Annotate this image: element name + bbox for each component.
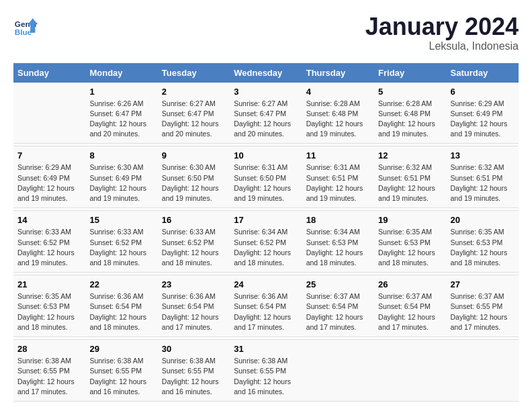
- day-info: Sunrise: 6:38 AM Sunset: 6:55 PM Dayligh…: [89, 356, 153, 397]
- day-number: 22: [89, 279, 153, 289]
- day-info: Sunrise: 6:37 AM Sunset: 6:54 PM Dayligh…: [378, 291, 442, 332]
- calendar-cell: 26Sunrise: 6:37 AM Sunset: 6:54 PM Dayli…: [374, 275, 446, 337]
- day-info: Sunrise: 6:30 AM Sunset: 6:50 PM Dayligh…: [162, 163, 226, 203]
- month-title: January 2024: [365, 13, 519, 40]
- day-number: 16: [162, 215, 226, 225]
- calendar-week-row: 21Sunrise: 6:35 AM Sunset: 6:53 PM Dayli…: [13, 275, 519, 337]
- calendar-cell: 20Sunrise: 6:35 AM Sunset: 6:53 PM Dayli…: [447, 211, 519, 273]
- day-info: Sunrise: 6:32 AM Sunset: 6:51 PM Dayligh…: [378, 163, 442, 203]
- day-info: Sunrise: 6:36 AM Sunset: 6:54 PM Dayligh…: [162, 291, 226, 332]
- day-number: 29: [89, 344, 153, 354]
- calendar-cell: 10Sunrise: 6:31 AM Sunset: 6:50 PM Dayli…: [230, 146, 302, 208]
- day-number: 15: [89, 215, 153, 225]
- day-info: Sunrise: 6:30 AM Sunset: 6:49 PM Dayligh…: [89, 163, 153, 203]
- day-info: Sunrise: 6:28 AM Sunset: 6:48 PM Dayligh…: [306, 99, 370, 140]
- header-day: Thursday: [302, 63, 374, 83]
- day-info: Sunrise: 6:31 AM Sunset: 6:50 PM Dayligh…: [234, 163, 298, 203]
- calendar-table: SundayMondayTuesdayWednesdayThursdayFrid…: [13, 63, 519, 402]
- day-number: 20: [451, 215, 515, 225]
- day-info: Sunrise: 6:33 AM Sunset: 6:52 PM Dayligh…: [17, 227, 81, 268]
- header-day: Tuesday: [158, 63, 230, 83]
- calendar-cell: 21Sunrise: 6:35 AM Sunset: 6:53 PM Dayli…: [13, 275, 85, 337]
- day-number: 5: [378, 87, 442, 97]
- header-day: Wednesday: [230, 63, 302, 83]
- day-number: 14: [17, 215, 81, 225]
- day-info: Sunrise: 6:33 AM Sunset: 6:52 PM Dayligh…: [162, 227, 226, 268]
- header-day: Saturday: [447, 63, 519, 83]
- day-info: Sunrise: 6:35 AM Sunset: 6:53 PM Dayligh…: [378, 227, 442, 268]
- calendar-cell: 19Sunrise: 6:35 AM Sunset: 6:53 PM Dayli…: [374, 211, 446, 273]
- day-number: 21: [17, 279, 81, 289]
- calendar-cell: 7Sunrise: 6:29 AM Sunset: 6:49 PM Daylig…: [13, 146, 85, 208]
- calendar-cell: [302, 340, 374, 402]
- day-number: 27: [451, 279, 515, 289]
- day-number: 23: [162, 279, 226, 289]
- calendar-cell: 17Sunrise: 6:34 AM Sunset: 6:52 PM Dayli…: [230, 211, 302, 273]
- calendar-cell: [374, 340, 446, 402]
- calendar-cell: 18Sunrise: 6:34 AM Sunset: 6:53 PM Dayli…: [302, 211, 374, 273]
- page-header: General Blue January 2024 Leksula, Indon…: [13, 13, 519, 52]
- header-day: Monday: [85, 63, 157, 83]
- calendar-cell: 23Sunrise: 6:36 AM Sunset: 6:54 PM Dayli…: [158, 275, 230, 337]
- day-number: 1: [89, 87, 153, 97]
- header-day: Friday: [374, 63, 446, 83]
- calendar-cell: [13, 83, 85, 144]
- calendar-cell: 6Sunrise: 6:29 AM Sunset: 6:49 PM Daylig…: [447, 83, 519, 144]
- calendar-week-row: 14Sunrise: 6:33 AM Sunset: 6:52 PM Dayli…: [13, 211, 519, 273]
- calendar-cell: 16Sunrise: 6:33 AM Sunset: 6:52 PM Dayli…: [158, 211, 230, 273]
- day-number: 11: [306, 150, 370, 161]
- day-number: 28: [17, 344, 81, 354]
- day-info: Sunrise: 6:35 AM Sunset: 6:53 PM Dayligh…: [17, 291, 81, 332]
- calendar-cell: 22Sunrise: 6:36 AM Sunset: 6:54 PM Dayli…: [85, 275, 157, 337]
- svg-text:Blue: Blue: [15, 28, 32, 36]
- calendar-cell: 25Sunrise: 6:37 AM Sunset: 6:54 PM Dayli…: [302, 275, 374, 337]
- calendar-cell: 27Sunrise: 6:37 AM Sunset: 6:55 PM Dayli…: [447, 275, 519, 337]
- header-row: SundayMondayTuesdayWednesdayThursdayFrid…: [13, 63, 519, 83]
- title-block: January 2024 Leksula, Indonesia: [365, 13, 519, 52]
- day-info: Sunrise: 6:29 AM Sunset: 6:49 PM Dayligh…: [451, 99, 515, 140]
- calendar-week-row: 7Sunrise: 6:29 AM Sunset: 6:49 PM Daylig…: [13, 146, 519, 208]
- day-info: Sunrise: 6:36 AM Sunset: 6:54 PM Dayligh…: [89, 291, 153, 332]
- calendar-cell: [447, 340, 519, 402]
- calendar-cell: 11Sunrise: 6:31 AM Sunset: 6:51 PM Dayli…: [302, 146, 374, 208]
- day-number: 4: [306, 87, 370, 97]
- day-info: Sunrise: 6:34 AM Sunset: 6:53 PM Dayligh…: [306, 227, 370, 268]
- day-info: Sunrise: 6:33 AM Sunset: 6:52 PM Dayligh…: [89, 227, 153, 268]
- calendar-cell: 12Sunrise: 6:32 AM Sunset: 6:51 PM Dayli…: [374, 146, 446, 208]
- day-info: Sunrise: 6:27 AM Sunset: 6:47 PM Dayligh…: [234, 99, 298, 140]
- calendar-week-row: 1Sunrise: 6:26 AM Sunset: 6:47 PM Daylig…: [13, 83, 519, 144]
- day-info: Sunrise: 6:26 AM Sunset: 6:47 PM Dayligh…: [89, 99, 153, 140]
- day-number: 24: [234, 279, 298, 289]
- day-info: Sunrise: 6:27 AM Sunset: 6:47 PM Dayligh…: [162, 99, 226, 140]
- day-info: Sunrise: 6:38 AM Sunset: 6:55 PM Dayligh…: [234, 356, 298, 397]
- day-info: Sunrise: 6:38 AM Sunset: 6:55 PM Dayligh…: [162, 356, 226, 397]
- day-info: Sunrise: 6:32 AM Sunset: 6:51 PM Dayligh…: [451, 163, 515, 203]
- calendar-cell: 4Sunrise: 6:28 AM Sunset: 6:48 PM Daylig…: [302, 83, 374, 144]
- day-number: 9: [162, 150, 226, 161]
- calendar-cell: 31Sunrise: 6:38 AM Sunset: 6:55 PM Dayli…: [230, 340, 302, 402]
- day-info: Sunrise: 6:31 AM Sunset: 6:51 PM Dayligh…: [306, 163, 370, 203]
- calendar-cell: 29Sunrise: 6:38 AM Sunset: 6:55 PM Dayli…: [85, 340, 157, 402]
- calendar-cell: 14Sunrise: 6:33 AM Sunset: 6:52 PM Dayli…: [13, 211, 85, 273]
- header-day: Sunday: [13, 63, 85, 83]
- calendar-cell: 30Sunrise: 6:38 AM Sunset: 6:55 PM Dayli…: [158, 340, 230, 402]
- calendar-cell: 9Sunrise: 6:30 AM Sunset: 6:50 PM Daylig…: [158, 146, 230, 208]
- calendar-cell: 8Sunrise: 6:30 AM Sunset: 6:49 PM Daylig…: [85, 146, 157, 208]
- day-info: Sunrise: 6:34 AM Sunset: 6:52 PM Dayligh…: [234, 227, 298, 268]
- day-number: 26: [378, 279, 442, 289]
- day-number: 13: [451, 150, 515, 161]
- logo-icon: General Blue: [13, 13, 38, 38]
- day-number: 12: [378, 150, 442, 161]
- day-info: Sunrise: 6:37 AM Sunset: 6:54 PM Dayligh…: [306, 291, 370, 332]
- logo: General Blue: [13, 13, 38, 38]
- day-number: 3: [234, 87, 298, 97]
- day-info: Sunrise: 6:38 AM Sunset: 6:55 PM Dayligh…: [17, 356, 81, 397]
- calendar-cell: 28Sunrise: 6:38 AM Sunset: 6:55 PM Dayli…: [13, 340, 85, 402]
- day-number: 19: [378, 215, 442, 225]
- day-number: 30: [162, 344, 226, 354]
- day-info: Sunrise: 6:37 AM Sunset: 6:55 PM Dayligh…: [451, 291, 515, 332]
- calendar-cell: 1Sunrise: 6:26 AM Sunset: 6:47 PM Daylig…: [85, 83, 157, 144]
- day-info: Sunrise: 6:29 AM Sunset: 6:49 PM Dayligh…: [17, 163, 81, 203]
- day-number: 6: [451, 87, 515, 97]
- calendar-cell: 15Sunrise: 6:33 AM Sunset: 6:52 PM Dayli…: [85, 211, 157, 273]
